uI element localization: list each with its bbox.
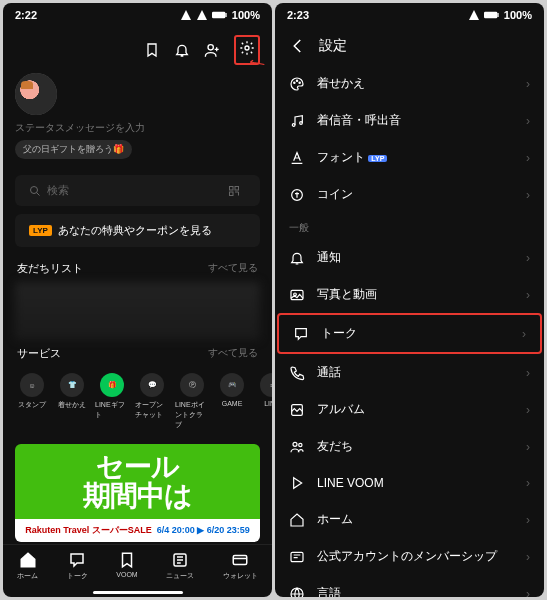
svg-point-4: [31, 186, 38, 193]
bell-icon[interactable]: [174, 42, 190, 58]
setting-公式アカウントのメンバーシップ[interactable]: 公式アカウントのメンバーシップ ›: [275, 538, 544, 575]
service-label: LINE: [264, 400, 272, 407]
battery-pct: 100%: [504, 9, 532, 21]
svg-point-14: [299, 82, 300, 83]
nav-label: ニュース: [166, 571, 194, 581]
gear-icon: [239, 40, 255, 56]
nav-icon: [231, 551, 249, 569]
setting-LINE VOOM[interactable]: LINE VOOM ›: [275, 465, 544, 501]
chevron-right-icon: ›: [526, 114, 530, 128]
settings-button-highlighted[interactable]: [234, 35, 260, 65]
home-icon: [289, 512, 305, 528]
svg-rect-11: [497, 13, 498, 17]
chat-icon: [293, 326, 309, 342]
svg-point-21: [293, 442, 297, 446]
chevron-right-icon: ›: [526, 366, 530, 380]
qr-icon[interactable]: [228, 185, 240, 197]
service-5[interactable]: 🎮GAME: [215, 373, 249, 430]
battery-icon: [484, 10, 500, 20]
service-2[interactable]: 🎁LINEギフト: [95, 373, 129, 430]
search-bar[interactable]: 検索: [15, 175, 260, 206]
setting-label: 通話: [317, 364, 514, 381]
chevron-right-icon: ›: [526, 288, 530, 302]
svg-point-22: [299, 443, 302, 446]
palette-icon: [289, 76, 305, 92]
setting-着信音・呼出音[interactable]: 着信音・呼出音 ›: [275, 102, 544, 139]
nav-ホーム[interactable]: ホーム: [17, 551, 38, 581]
setting-トーク[interactable]: トーク ›: [277, 313, 542, 354]
nav-ウォレット[interactable]: ウォレット: [223, 551, 258, 581]
gift-chip[interactable]: 父の日ギフトを贈ろう🎁: [15, 140, 132, 159]
chevron-right-icon: ›: [526, 151, 530, 165]
service-4[interactable]: ⓅLINEポイントクラブ: [175, 373, 209, 430]
setting-通知[interactable]: 通知 ›: [275, 239, 544, 276]
svg-rect-0: [212, 12, 225, 19]
setting-通話[interactable]: 通話 ›: [275, 354, 544, 391]
service-1[interactable]: 👕着せかえ: [55, 373, 89, 430]
setting-label: ホーム: [317, 511, 514, 528]
chevron-right-icon: ›: [522, 327, 526, 341]
setting-写真と動画[interactable]: 写真と動画 ›: [275, 276, 544, 313]
setting-着せかえ[interactable]: 着せかえ ›: [275, 65, 544, 102]
bookmark-icon[interactable]: [144, 42, 160, 58]
photo-icon: [289, 287, 305, 303]
settings-group-general: 通知 ›写真と動画 ›トーク ›通話 ›アルバム ›友だち ›LINE VOOM…: [275, 239, 544, 597]
svg-rect-6: [235, 186, 239, 190]
ad-banner[interactable]: セール 期間中は Rakuten Travel スーパーSALE 6/4 20:…: [15, 444, 260, 542]
profile-section: ステータスメッセージを入力 父の日ギフトを贈ろう🎁: [3, 73, 272, 167]
nav-トーク[interactable]: トーク: [67, 551, 88, 581]
setting-label: 言語: [317, 585, 514, 597]
setting-アルバム[interactable]: アルバム ›: [275, 391, 544, 428]
home-indicator[interactable]: [93, 591, 183, 594]
service-3[interactable]: 💬オープンチャット: [135, 373, 169, 430]
setting-コイン[interactable]: コイン ›: [275, 176, 544, 213]
avatar[interactable]: [15, 73, 57, 115]
nav-label: トーク: [67, 571, 88, 581]
search-placeholder: 検索: [47, 183, 228, 198]
nav-icon: [171, 551, 189, 569]
friends-header: 友だちリスト すべて見る: [3, 257, 272, 280]
lyp-banner[interactable]: LYP あなたの特典やクーポンを見る: [15, 214, 260, 247]
battery-pct: 100%: [232, 9, 260, 21]
setting-label: 友だち: [317, 438, 514, 455]
voom-icon: [289, 475, 305, 491]
setting-label: 写真と動画: [317, 286, 514, 303]
services-row: ☺スタンプ👕着せかえ🎁LINEギフト💬オープンチャットⓅLINEポイントクラブ🎮…: [3, 365, 272, 438]
setting-ホーム[interactable]: ホーム ›: [275, 501, 544, 538]
service-label: オープンチャット: [135, 400, 169, 420]
settings-section-label: 一般: [275, 213, 544, 239]
service-icon: 💬: [140, 373, 164, 397]
nav-VOOM[interactable]: VOOM: [116, 551, 137, 581]
services-title: サービス: [17, 346, 61, 361]
services-see-all[interactable]: すべて見る: [208, 346, 258, 361]
service-6[interactable]: ≡LINE: [255, 373, 272, 430]
status-bar: 2:22 100%: [3, 3, 272, 27]
friends-icon: [289, 439, 305, 455]
lyp-text: あなたの特典やクーポンを見る: [58, 223, 212, 238]
nav-label: ホーム: [17, 571, 38, 581]
svg-point-15: [292, 123, 295, 126]
service-label: LINEギフト: [95, 400, 129, 420]
chevron-right-icon: ›: [526, 403, 530, 417]
status-message-input[interactable]: ステータスメッセージを入力: [15, 121, 260, 135]
svg-rect-7: [230, 192, 234, 196]
coin-icon: [289, 187, 305, 203]
friends-see-all[interactable]: すべて見る: [208, 261, 258, 276]
nav-icon: [19, 551, 37, 569]
setting-フォント[interactable]: フォント LYP ›: [275, 139, 544, 176]
service-icon: ☺: [20, 373, 44, 397]
nav-ニュース[interactable]: ニュース: [166, 551, 194, 581]
settings-title: 設定: [319, 37, 347, 55]
official-icon: [289, 549, 305, 565]
back-icon[interactable]: [289, 37, 307, 55]
chevron-right-icon: ›: [526, 476, 530, 490]
add-friend-icon[interactable]: [204, 42, 220, 58]
bell-icon: [289, 250, 305, 266]
svg-rect-1: [225, 13, 226, 17]
cell-icon: [468, 9, 480, 21]
svg-point-13: [296, 80, 297, 81]
service-0[interactable]: ☺スタンプ: [15, 373, 49, 430]
setting-友だち[interactable]: 友だち ›: [275, 428, 544, 465]
chevron-right-icon: ›: [526, 440, 530, 454]
setting-言語[interactable]: 言語 ›: [275, 575, 544, 597]
